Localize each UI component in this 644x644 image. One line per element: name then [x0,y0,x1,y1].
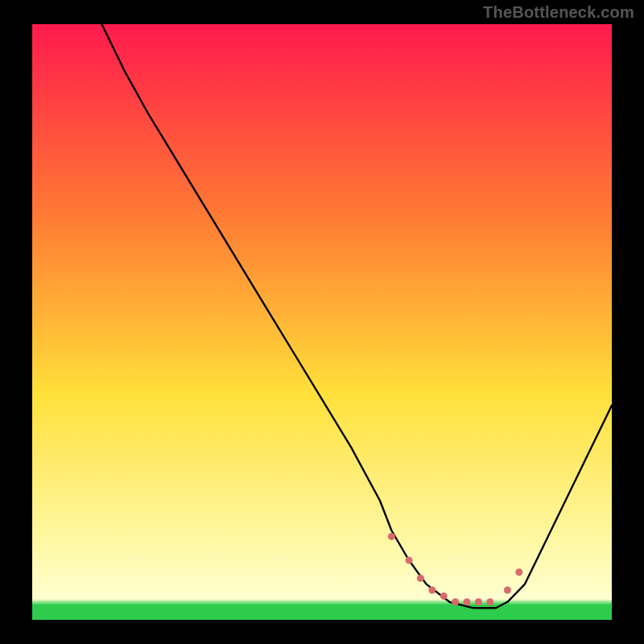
curve-dot [428,587,436,594]
svg-rect-0 [32,24,612,620]
curve-dot [486,598,493,605]
curve-dot [464,598,471,605]
curve-dot [406,557,413,564]
curve-dot [417,575,424,582]
curve-dot [388,533,395,540]
chart-svg [32,24,612,620]
watermark-text: TheBottleneck.com [483,3,634,22]
chart-container: TheBottleneck.com [0,0,644,644]
curve-dot [440,592,448,600]
curve-dot [515,568,522,576]
curve-dot [475,598,482,605]
curve-dot [452,598,459,605]
plot-area [32,24,612,620]
curve-dot [504,587,511,594]
